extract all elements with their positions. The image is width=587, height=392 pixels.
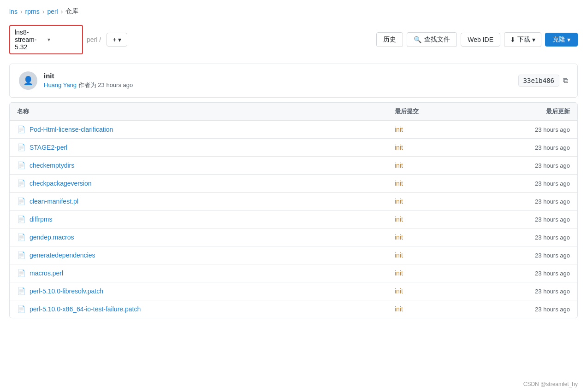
table-row: 📄 Pod-Html-license-clarification init 23… — [10, 121, 577, 139]
table-row: 📄 generatedependencies init 23 hours ago — [10, 246, 577, 264]
add-file-button[interactable]: + ▾ — [107, 33, 127, 47]
file-name-cell: 📄 generatedependencies — [17, 251, 395, 259]
search-icon: 🔍 — [414, 36, 421, 43]
file-table: 名称 最后提交 最后更新 📄 Pod-Html-license-clarific… — [9, 102, 578, 318]
file-link[interactable]: clean-manifest.pl — [30, 198, 78, 205]
chevron-icon: ▾ — [118, 36, 121, 43]
file-name-cell: 📄 perl-5.10.0-x86_64-io-test-failure.pat… — [17, 305, 395, 313]
file-link[interactable]: diffrpms — [30, 216, 53, 223]
commit-time-value: 23 hours ago — [98, 82, 133, 88]
commit-cell: init — [395, 144, 496, 151]
toolbar: lns8-stream-5.32 ▾ perl / + ▾ 历史 🔍 查找文件 … — [0, 20, 587, 59]
commit-author-link[interactable]: Huang Yang — [44, 82, 77, 88]
breadcrumb-current: 仓库 — [65, 7, 78, 16]
file-link[interactable]: perl-5.10.0-libresolv.patch — [30, 287, 103, 295]
commit-link[interactable]: init — [395, 305, 403, 313]
time-cell: 23 hours ago — [496, 198, 570, 205]
time-cell: 23 hours ago — [496, 234, 570, 241]
chevron-down-icon: ▾ — [47, 36, 77, 43]
table-row: 📄 macros.perl init 23 hours ago — [10, 264, 577, 282]
time-cell: 23 hours ago — [496, 252, 570, 259]
clone-button[interactable]: 克隆 ▾ — [545, 33, 578, 47]
file-name-cell: 📄 gendep.macros — [17, 233, 395, 241]
commit-link[interactable]: init — [395, 198, 403, 205]
file-link[interactable]: Pod-Html-license-clarification — [30, 126, 113, 133]
commit-hash-area: 33e1b486 ⧉ — [518, 75, 568, 87]
breadcrumb-rpms[interactable]: rpms — [25, 8, 40, 15]
table-row: 📄 clean-manifest.pl init 23 hours ago — [10, 193, 577, 211]
file-name-cell: 📄 macros.perl — [17, 269, 395, 277]
time-cell: 23 hours ago — [496, 216, 570, 223]
file-link[interactable]: perl-5.10.0-x86_64-io-test-failure.patch — [30, 305, 141, 313]
commit-link[interactable]: init — [395, 216, 403, 223]
commit-cell: init — [395, 180, 496, 187]
commit-hash: 33e1b486 — [518, 75, 559, 87]
webide-button[interactable]: Web IDE — [461, 33, 500, 47]
file-icon: 📄 — [17, 143, 26, 152]
file-link[interactable]: checkpackageversion — [30, 180, 92, 187]
download-label: 下载 — [517, 35, 530, 44]
download-icon: ⬇ — [510, 36, 516, 43]
breadcrumb: lns › rpms › perl › 仓库 — [0, 0, 587, 20]
commit-meta: init Huang Yang 作者为 23 hours ago — [44, 72, 512, 89]
time-cell: 23 hours ago — [496, 126, 570, 133]
download-chevron-icon: ▾ — [532, 36, 535, 43]
file-link[interactable]: checkemptydirs — [30, 162, 74, 169]
breadcrumb-sep-3: › — [61, 8, 63, 15]
file-link[interactable]: STAGE2-perl — [30, 144, 67, 151]
file-link[interactable]: generatedependencies — [30, 252, 95, 259]
file-name-cell: 📄 Pod-Html-license-clarification — [17, 125, 395, 134]
table-row: 📄 perl-5.10.0-libresolv.patch init 23 ho… — [10, 282, 577, 300]
branch-selector[interactable]: lns8-stream-5.32 ▾ — [9, 25, 83, 54]
clone-chevron-icon: ▾ — [567, 36, 570, 43]
time-cell: 23 hours ago — [496, 144, 570, 151]
commit-link[interactable]: init — [395, 126, 403, 133]
col-header-updated: 最后更新 — [496, 107, 570, 116]
file-name-cell: 📄 diffrpms — [17, 215, 395, 223]
commit-cell: init — [395, 126, 496, 133]
table-row: 📄 perl-5.10.0-x86_64-io-test-failure.pat… — [10, 300, 577, 318]
breadcrumb-perl[interactable]: perl — [47, 8, 58, 15]
commit-link[interactable]: init — [395, 252, 403, 259]
history-button[interactable]: 历史 — [376, 32, 403, 47]
commit-link[interactable]: init — [395, 162, 403, 169]
file-link[interactable]: macros.perl — [30, 269, 63, 277]
clone-label: 克隆 — [552, 35, 565, 44]
branch-label: lns8-stream-5.32 — [15, 29, 45, 51]
commit-link[interactable]: init — [395, 144, 403, 151]
file-icon: 📄 — [17, 269, 26, 277]
file-table-header: 名称 最后提交 最后更新 — [10, 103, 577, 121]
commit-link[interactable]: init — [395, 234, 403, 241]
copy-icon[interactable]: ⧉ — [563, 76, 568, 85]
file-icon: 📄 — [17, 179, 26, 187]
commit-author-line: Huang Yang 作者为 23 hours ago — [44, 81, 512, 89]
commit-cell: init — [395, 198, 496, 205]
breadcrumb-lns[interactable]: lns — [9, 8, 18, 15]
table-row: 📄 diffrpms init 23 hours ago — [10, 211, 577, 228]
file-name-cell: 📄 checkemptydirs — [17, 161, 395, 170]
find-file-button[interactable]: 🔍 查找文件 — [407, 32, 457, 47]
commit-link[interactable]: init — [395, 269, 403, 277]
download-button[interactable]: ⬇ 下载 ▾ — [504, 32, 541, 47]
commit-cell: init — [395, 234, 496, 241]
breadcrumb-sep-1: › — [20, 8, 23, 15]
file-link[interactable]: gendep.macros — [30, 234, 74, 241]
file-icon: 📄 — [17, 215, 26, 223]
avatar-initials: 👤 — [23, 76, 33, 86]
avatar: 👤 — [19, 71, 37, 90]
commit-info-box: 👤 init Huang Yang 作者为 23 hours ago 33e1b… — [9, 64, 578, 98]
file-icon: 📄 — [17, 305, 26, 313]
file-name-cell: 📄 checkpackageversion — [17, 179, 395, 187]
path-actions: + ▾ — [107, 33, 127, 47]
commit-link[interactable]: init — [395, 287, 403, 295]
commit-author-prefix-text: 作者为 — [78, 82, 96, 88]
table-row: 📄 checkemptydirs init 23 hours ago — [10, 157, 577, 175]
path-separator: / — [99, 36, 101, 43]
commit-cell: init — [395, 162, 496, 169]
commit-message: init — [44, 72, 512, 80]
time-cell: 23 hours ago — [496, 162, 570, 169]
commit-link[interactable]: init — [395, 180, 403, 187]
table-row: 📄 gendep.macros init 23 hours ago — [10, 228, 577, 246]
commit-cell: init — [395, 287, 496, 295]
file-name-cell: 📄 perl-5.10.0-libresolv.patch — [17, 287, 395, 295]
